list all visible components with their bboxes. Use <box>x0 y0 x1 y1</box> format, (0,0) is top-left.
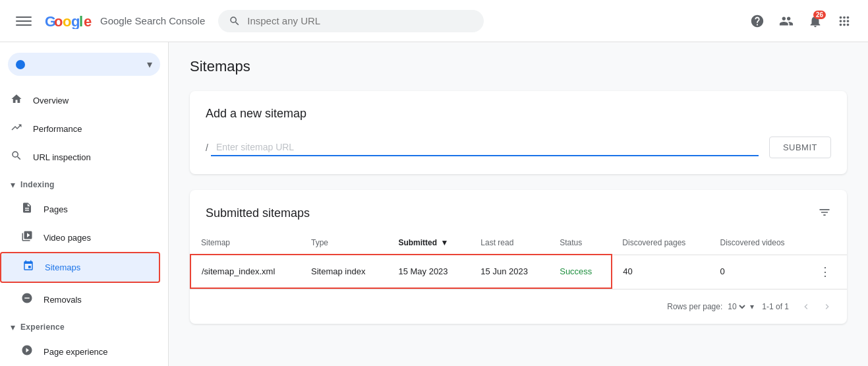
prev-page-icon <box>801 301 811 312</box>
indexing-section-header[interactable]: ▾ Indexing <box>0 174 168 195</box>
next-page-icon <box>822 301 832 312</box>
account-icon <box>779 14 794 28</box>
experience-chevron-icon: ▾ <box>11 322 15 332</box>
help-button[interactable] <box>744 8 770 34</box>
cell-discovered-pages: 40 <box>612 255 709 288</box>
cell-submitted: 15 May 2023 <box>388 255 470 288</box>
performance-label: Performance <box>33 124 82 134</box>
rows-per-page: Rows per page: 10 25 50 ▾ <box>667 301 754 312</box>
svg-text:o: o <box>63 13 71 29</box>
cell-more-actions[interactable]: ⋮ <box>809 255 847 288</box>
sidebar-item-sitemaps[interactable]: Sitemaps <box>1 253 159 282</box>
removals-label: Removals <box>43 295 82 305</box>
cell-type: Sitemap index <box>301 255 388 288</box>
svg-text:l: l <box>79 13 83 29</box>
url-inspection-label: URL inspection <box>33 152 91 162</box>
pagination-nav <box>797 297 836 316</box>
sidebar-item-removals[interactable]: Removals <box>0 286 160 314</box>
cell-sitemap: /sitemap_index.xml <box>190 255 301 288</box>
submitted-sitemaps-header: Submitted sitemaps <box>190 190 847 221</box>
experience-label: Experience <box>20 322 65 332</box>
notifications-button[interactable]: 26 <box>802 8 828 34</box>
video-pages-icon <box>21 230 33 245</box>
col-sitemap: Sitemap <box>190 231 301 255</box>
table-header-row: Sitemap Type Submitted ▼ Last read Statu… <box>190 231 847 255</box>
rows-per-page-select[interactable]: 10 25 50 <box>725 301 747 312</box>
svg-rect-1 <box>16 20 32 22</box>
experience-section-header[interactable]: ▾ Experience <box>0 317 168 338</box>
account-button[interactable] <box>773 8 799 34</box>
chevron-select-icon: ▾ <box>750 302 754 311</box>
google-logo: G o o g l e Google Search Console <box>45 13 205 29</box>
app-name: Google Search Console <box>100 15 205 26</box>
sidebar-item-pages[interactable]: Pages <box>0 195 160 224</box>
property-selector[interactable]: ▾ <box>8 53 160 76</box>
submitted-sitemaps-card: Submitted sitemaps Sitemap Type Submitte… <box>190 190 847 324</box>
svg-text:o: o <box>54 13 63 29</box>
pages-icon <box>21 202 33 217</box>
search-input[interactable] <box>247 15 473 26</box>
col-submitted[interactable]: Submitted ▼ <box>388 231 470 255</box>
sidebar-item-page-experience[interactable]: Page experience <box>0 338 160 366</box>
search-bar <box>218 10 484 32</box>
removals-icon <box>21 292 33 307</box>
sidebar-item-overview[interactable]: Overview <box>0 86 160 115</box>
submitted-sitemaps-title: Submitted sitemaps <box>206 206 310 220</box>
main-layout: ▾ Overview Performance URL inspection ▾ <box>0 42 868 366</box>
topbar: G o o g l e Google Search Console <box>0 0 868 42</box>
sidebar-item-url-inspection[interactable]: URL inspection <box>0 143 160 171</box>
add-sitemap-title: Add a new sitemap <box>206 107 831 121</box>
page-experience-icon <box>21 344 33 359</box>
add-sitemap-card: Add a new sitemap / SUBMIT <box>190 91 847 174</box>
svg-text:e: e <box>84 13 92 29</box>
indexing-chevron-icon: ▾ <box>11 179 15 190</box>
home-icon <box>11 93 22 108</box>
svg-rect-0 <box>16 16 32 18</box>
google-wordmark: G o o g l e <box>45 13 94 29</box>
indexing-label: Indexing <box>20 180 55 189</box>
sort-icon: ▼ <box>440 238 448 247</box>
pages-label: Pages <box>43 204 68 214</box>
content-area: Sitemaps Add a new sitemap / SUBMIT Subm… <box>169 42 868 366</box>
chevron-down-icon: ▾ <box>147 58 152 71</box>
overview-label: Overview <box>33 96 69 106</box>
pagination-range: 1-1 of 1 <box>762 302 789 311</box>
url-inspect-icon <box>11 150 22 165</box>
trending-up-icon <box>11 121 22 137</box>
filter-icon <box>818 206 831 219</box>
svg-rect-2 <box>16 24 32 26</box>
video-pages-label: Video pages <box>43 233 91 243</box>
submit-button[interactable]: SUBMIT <box>769 137 831 158</box>
col-actions <box>809 231 847 255</box>
col-discovered-pages: Discovered pages <box>612 231 709 255</box>
sitemaps-icon <box>22 260 34 275</box>
sidebar-item-performance[interactable]: Performance <box>0 115 160 143</box>
col-type: Type <box>301 231 388 255</box>
col-status: Status <box>549 231 612 255</box>
cell-last-read: 15 Jun 2023 <box>470 255 549 288</box>
next-page-button[interactable] <box>818 297 836 316</box>
sitemaps-table: Sitemap Type Submitted ▼ Last read Statu… <box>190 231 847 289</box>
filter-button[interactable] <box>818 206 831 221</box>
url-prefix: / <box>206 142 208 153</box>
topbar-icons: 26 <box>744 8 857 34</box>
sitemap-url-input[interactable] <box>211 139 759 156</box>
cell-status: Success <box>549 255 612 288</box>
more-vert-icon[interactable]: ⋮ <box>819 265 831 278</box>
apps-button[interactable] <box>831 8 857 34</box>
help-icon <box>750 14 765 28</box>
sidebar-item-video-pages[interactable]: Video pages <box>0 224 160 252</box>
page-experience-label: Page experience <box>43 347 108 357</box>
page-title: Sitemaps <box>190 58 847 75</box>
search-icon <box>229 15 241 27</box>
add-sitemap-header: Add a new sitemap <box>190 91 847 131</box>
menu-icon <box>16 13 32 29</box>
cell-discovered-videos: 0 <box>710 255 809 288</box>
col-last-read: Last read <box>470 231 549 255</box>
sitemaps-highlight-border: Sitemaps <box>0 252 160 283</box>
sidebar: ▾ Overview Performance URL inspection ▾ <box>0 42 169 366</box>
prev-page-button[interactable] <box>797 297 815 316</box>
table-row: /sitemap_index.xml Sitemap index 15 May … <box>190 255 847 288</box>
sitemaps-label: Sitemaps <box>45 262 80 272</box>
menu-button[interactable] <box>11 8 37 34</box>
